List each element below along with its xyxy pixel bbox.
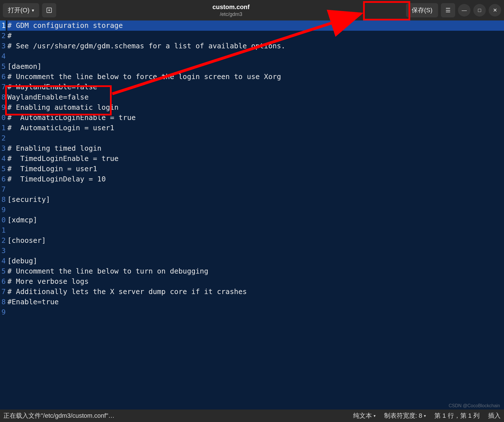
open-button[interactable]: 打开(O) ▾ bbox=[3, 3, 39, 17]
line-number: 8 bbox=[0, 195, 6, 205]
line-number: 9 bbox=[0, 102, 6, 113]
window-title: custom.conf bbox=[213, 3, 250, 11]
line-number: 5 bbox=[0, 61, 6, 72]
line-number: 3 bbox=[0, 41, 6, 51]
code-line[interactable]: [daemon] bbox=[7, 61, 504, 72]
code-line[interactable] bbox=[7, 205, 504, 215]
code-line[interactable]: [xdmcp] bbox=[7, 215, 504, 225]
line-number: 4 bbox=[0, 256, 6, 266]
line-number: 4 bbox=[0, 154, 6, 164]
line-number: 5 bbox=[0, 164, 6, 174]
chevron-down-icon: ▾ bbox=[424, 413, 426, 418]
save-label: 保存(S) bbox=[412, 6, 432, 15]
line-number: 2 bbox=[0, 31, 6, 41]
titlebar: 打开(O) ▾ custom.conf /etc/gdm3 保存(S) ☰ — … bbox=[0, 0, 504, 20]
code-line[interactable] bbox=[7, 51, 504, 61]
status-tabwidth[interactable]: 制表符宽度: 8 ▾ bbox=[384, 411, 426, 420]
close-icon: ✕ bbox=[493, 7, 497, 13]
status-mode[interactable]: 插入 bbox=[488, 411, 501, 420]
code-line[interactable]: [debug] bbox=[7, 256, 504, 266]
code-line[interactable]: # Uncomment the line below to turn on de… bbox=[7, 266, 504, 276]
line-number: 0 bbox=[0, 215, 6, 225]
code-line[interactable]: #Enable=true bbox=[7, 297, 504, 307]
code-line[interactable]: # AutomaticLoginEnable = true bbox=[7, 113, 504, 123]
code-line[interactable] bbox=[7, 246, 504, 256]
code-line[interactable]: # Uncomment the line below to force the … bbox=[7, 72, 504, 82]
title-center: custom.conf /etc/gdm3 bbox=[59, 3, 403, 17]
new-tab-icon bbox=[46, 7, 52, 13]
code-line[interactable]: # TimedLogin = user1 bbox=[7, 164, 504, 174]
line-number: 1 bbox=[0, 225, 6, 235]
line-number: 3 bbox=[0, 246, 6, 256]
line-number: 3 bbox=[0, 143, 6, 154]
line-number: 7 bbox=[0, 184, 6, 195]
line-number: 6 bbox=[0, 276, 6, 287]
line-number: 7 bbox=[0, 82, 6, 92]
statusbar: 正在载入文件"/etc/gdm3/custom.conf"… 纯文本 ▾ 制表符… bbox=[0, 409, 504, 422]
close-button[interactable]: ✕ bbox=[489, 4, 501, 16]
code-line[interactable] bbox=[7, 184, 504, 195]
code-line[interactable] bbox=[7, 307, 504, 317]
code-line[interactable]: # GDM configuration storage bbox=[7, 20, 504, 31]
line-number: 5 bbox=[0, 266, 6, 276]
line-number: 7 bbox=[0, 287, 6, 297]
window-subtitle: /etc/gdm3 bbox=[220, 11, 242, 17]
line-number: 1 bbox=[0, 123, 6, 133]
code-line[interactable]: # Enabling timed login bbox=[7, 143, 504, 154]
save-button[interactable]: 保存(S) bbox=[406, 3, 438, 17]
code-line[interactable] bbox=[7, 225, 504, 235]
code-line[interactable]: WaylandEnable=false bbox=[7, 92, 504, 102]
code-line[interactable] bbox=[7, 133, 504, 143]
code-line[interactable]: # Enabling automatic login bbox=[7, 102, 504, 113]
status-loading: 正在载入文件"/etc/gdm3/custom.conf"… bbox=[3, 411, 114, 420]
chevron-down-icon: ▾ bbox=[32, 8, 34, 13]
maximize-icon: □ bbox=[478, 7, 481, 13]
code-line[interactable]: # See /usr/share/gdm/gdm.schemas for a l… bbox=[7, 41, 504, 51]
code-line[interactable]: [security] bbox=[7, 195, 504, 205]
new-tab-button[interactable] bbox=[42, 3, 56, 17]
minimize-button[interactable]: — bbox=[458, 4, 470, 16]
code-line[interactable]: # TimedLoginDelay = 10 bbox=[7, 174, 504, 184]
code-line[interactable]: # WaylandEnable=false bbox=[7, 82, 504, 92]
line-gutter: 12345678901234567890123456789 bbox=[0, 20, 7, 409]
code-line[interactable]: # AutomaticLogin = user1 bbox=[7, 123, 504, 133]
maximize-button[interactable]: □ bbox=[473, 4, 486, 16]
code-content[interactable]: # GDM configuration storage## See /usr/s… bbox=[7, 20, 504, 409]
editor-area[interactable]: 12345678901234567890123456789 # GDM conf… bbox=[0, 20, 504, 409]
status-position: 第 1 行，第 1 列 bbox=[434, 411, 480, 420]
code-line[interactable]: # bbox=[7, 31, 504, 41]
line-number: 2 bbox=[0, 133, 6, 143]
line-number: 9 bbox=[0, 205, 6, 215]
line-number: 8 bbox=[0, 297, 6, 307]
line-number: 1 bbox=[0, 20, 6, 31]
minimize-icon: — bbox=[462, 7, 467, 13]
chevron-down-icon: ▾ bbox=[374, 413, 376, 418]
code-line[interactable]: # More verbose logs bbox=[7, 276, 504, 287]
code-line[interactable]: [chooser] bbox=[7, 235, 504, 246]
line-number: 6 bbox=[0, 174, 6, 184]
line-number: 4 bbox=[0, 51, 6, 61]
line-number: 8 bbox=[0, 92, 6, 102]
line-number: 9 bbox=[0, 307, 6, 317]
open-label: 打开(O) bbox=[8, 6, 30, 15]
line-number: 0 bbox=[0, 113, 6, 123]
hamburger-icon: ☰ bbox=[445, 7, 451, 14]
code-line[interactable]: # TimedLoginEnable = true bbox=[7, 154, 504, 164]
line-number: 6 bbox=[0, 72, 6, 82]
line-number: 2 bbox=[0, 235, 6, 246]
code-line[interactable]: # Additionally lets the X server dump co… bbox=[7, 287, 504, 297]
menu-button[interactable]: ☰ bbox=[441, 3, 455, 17]
status-syntax[interactable]: 纯文本 ▾ bbox=[353, 411, 376, 420]
watermark: CSDN @CocoBlockchain bbox=[449, 403, 500, 408]
